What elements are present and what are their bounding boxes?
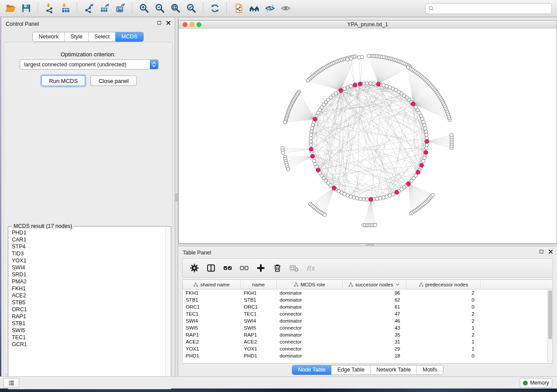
tab-edge-table[interactable]: Edge Table: [331, 365, 370, 375]
column-header-name[interactable]: name: [241, 280, 277, 289]
export-table-button[interactable]: [97, 1, 113, 15]
table-cell[interactable]: dominator: [277, 297, 343, 303]
table-cell[interactable]: 35: [343, 332, 406, 337]
refresh-view-button[interactable]: [207, 1, 223, 15]
table-cell[interactable]: connector: [277, 311, 343, 316]
table-cell[interactable]: STB1: [183, 297, 241, 303]
table-cell[interactable]: 96: [343, 290, 406, 296]
table-cell[interactable]: 31: [343, 339, 406, 344]
export-network-button[interactable]: [81, 1, 97, 15]
select-all-button[interactable]: [219, 260, 236, 276]
table-cell[interactable]: connector: [277, 325, 343, 330]
mcds-result-item[interactable]: YOX1: [12, 257, 166, 264]
table-cell[interactable]: TEC1: [183, 311, 241, 316]
table-cell[interactable]: 1: [406, 339, 481, 344]
mcds-list-scrollbar[interactable]: [165, 227, 170, 389]
table-row[interactable]: SWI4SWI4dominator462: [183, 317, 547, 324]
import-table-button[interactable]: [58, 1, 73, 15]
table-cell[interactable]: connector: [277, 346, 343, 351]
table-cell[interactable]: 2: [406, 311, 481, 316]
mcds-result-item[interactable]: CAR1: [12, 236, 166, 243]
search-input[interactable]: [436, 5, 549, 12]
tab-style[interactable]: Style: [64, 32, 88, 41]
table-cell[interactable]: SWI4: [241, 318, 277, 323]
table-row[interactable]: STB1STB1dominator620: [183, 296, 547, 303]
table-cell[interactable]: SWI5: [183, 325, 241, 330]
table-row[interactable]: SWI5SWI5connector431: [183, 324, 547, 331]
mcds-result-item[interactable]: SRD1: [12, 271, 166, 278]
criterion-dropdown[interactable]: largest connected component (undirected): [20, 59, 159, 69]
column-header-mcds-role[interactable]: MCDS role: [277, 280, 343, 289]
column-header-successor-nodes[interactable]: successor nodes: [343, 280, 406, 289]
tab-select[interactable]: Select: [88, 32, 115, 41]
deselect-all-button[interactable]: [236, 260, 253, 276]
table-mode-button[interactable]: [186, 260, 203, 276]
close-panel-icon[interactable]: [548, 249, 554, 254]
table-scrollbar[interactable]: [547, 289, 553, 363]
table-cell[interactable]: 1: [406, 325, 481, 330]
table-cell[interactable]: 1: [406, 346, 481, 351]
table-cell[interactable]: dominator: [277, 353, 343, 358]
column-header-shared-name[interactable]: shared name: [183, 280, 241, 289]
mcds-result-item[interactable]: SWI5: [12, 327, 166, 334]
new-column-button[interactable]: [253, 260, 269, 276]
table-cell[interactable]: connector: [277, 339, 343, 344]
show-overview-button[interactable]: [278, 1, 294, 15]
table-row[interactable]: PHD1PHD1dominator180: [183, 352, 547, 359]
network-canvas[interactable]: [179, 29, 557, 243]
mcds-result-item[interactable]: SWI4: [12, 264, 166, 271]
tab-network[interactable]: Network: [33, 32, 64, 41]
table-cell[interactable]: TEC1: [241, 311, 277, 316]
table-cell[interactable]: YOX1: [183, 346, 241, 351]
mcds-result-item[interactable]: PHD1: [12, 229, 166, 236]
tab-node-table[interactable]: Node Table: [292, 365, 331, 375]
first-neighbors-button[interactable]: [246, 1, 262, 15]
tab-mcds[interactable]: MCDS: [115, 32, 143, 41]
table-cell[interactable]: 2: [406, 318, 481, 323]
open-file-button[interactable]: [3, 1, 18, 15]
table-cell[interactable]: 0: [406, 353, 481, 358]
table-cell[interactable]: 61: [343, 304, 406, 309]
mcds-result-item[interactable]: STB5: [12, 299, 166, 306]
zoom-selected-button[interactable]: [183, 1, 199, 15]
table-cell[interactable]: 29: [343, 346, 406, 351]
table-cell[interactable]: ORC1: [241, 304, 277, 309]
run-mcds-button[interactable]: Run MCDS: [42, 76, 85, 86]
table-cell[interactable]: PHD1: [241, 353, 277, 358]
table-cell[interactable]: FKH1: [183, 290, 241, 296]
float-panel-icon[interactable]: [539, 249, 544, 254]
table-cell[interactable]: FKH1: [241, 290, 277, 296]
table-cell[interactable]: YOX1: [241, 346, 277, 351]
delete-columns-button[interactable]: [269, 260, 286, 276]
table-cell[interactable]: 43: [343, 325, 406, 330]
close-panel-icon[interactable]: [166, 20, 171, 26]
mcds-result-item[interactable]: GCR1: [12, 341, 166, 348]
table-cell[interactable]: SWI4: [183, 318, 241, 323]
table-row[interactable]: ORC1ORC1dominator610: [183, 303, 547, 310]
zoom-out-button[interactable]: [152, 1, 168, 15]
column-header-predecessor-nodes[interactable]: predecessor nodes: [406, 280, 481, 289]
table-cell[interactable]: 47: [343, 311, 406, 316]
import-network-button[interactable]: [42, 1, 58, 15]
mcds-result-item[interactable]: RAP1: [12, 313, 166, 320]
show-columns-button[interactable]: [203, 260, 219, 276]
table-cell[interactable]: 0: [406, 297, 481, 303]
mcds-result-item[interactable]: TID3: [12, 250, 166, 257]
mcds-result-item[interactable]: STB1: [12, 320, 166, 327]
table-cell[interactable]: ACE2: [241, 339, 277, 344]
close-panel-button[interactable]: Close panel: [90, 76, 137, 86]
table-cell[interactable]: RAP1: [241, 332, 277, 337]
table-cell[interactable]: dominator: [277, 304, 343, 309]
table-cell[interactable]: dominator: [277, 290, 343, 296]
mcds-result-list[interactable]: PHD1CAR1STP4TID3YOX1SWI4SRD1PMA2FKH1ACE2…: [9, 227, 166, 389]
tab-network-table[interactable]: Network Table: [370, 365, 417, 375]
table-cell[interactable]: 62: [343, 297, 406, 303]
zoom-fit-button[interactable]: [168, 1, 183, 15]
mcds-result-item[interactable]: TEC1: [12, 334, 166, 341]
tab-motifs[interactable]: Motifs: [416, 365, 443, 375]
table-cell[interactable]: 0: [406, 304, 481, 309]
table-row[interactable]: YOX1YOX1connector291: [183, 345, 547, 352]
mcds-result-item[interactable]: ORC1: [12, 306, 166, 313]
panel-menu-button[interactable]: [3, 378, 19, 388]
vertical-splitter[interactable]: [175, 17, 178, 376]
